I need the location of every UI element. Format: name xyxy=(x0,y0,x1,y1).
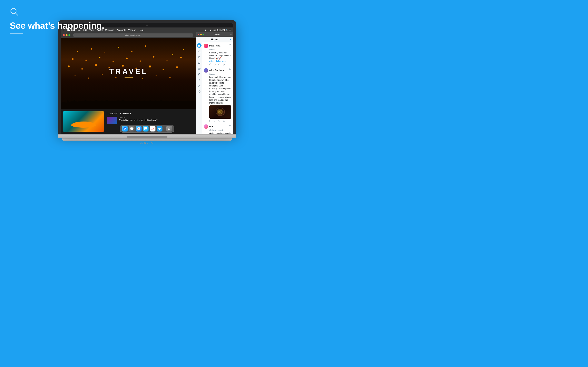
latest-bar xyxy=(107,112,107,115)
search-icon xyxy=(10,7,19,16)
panel-edit-button[interactable]: ✎ xyxy=(230,33,232,36)
tweet-handle: @Pera... xyxy=(209,49,217,50)
panel-maximize-button[interactable] xyxy=(203,34,204,35)
tweet-item: Allen Grayham @gra... 3m Last week I lea… xyxy=(202,67,233,123)
svg-point-4 xyxy=(198,57,200,58)
tweet-item: Brie @Sktch_Comed... 5m Giving standup c… xyxy=(202,123,233,134)
tweet-time: 1m xyxy=(229,44,231,46)
menu-accounts[interactable]: Accounts xyxy=(117,29,126,31)
tweet-avatar-brie[interactable] xyxy=(204,124,208,129)
panel-minimize-button[interactable] xyxy=(200,34,202,35)
tweet-body: Giving standup comedy a go. Open mic sta… xyxy=(209,132,231,134)
tweet-share-button[interactable] xyxy=(223,63,225,66)
tweet-retweet-button[interactable] xyxy=(214,63,216,66)
hero-title: See what’s happening. xyxy=(10,21,104,31)
tweet-time: 5m xyxy=(229,124,231,126)
hero-divider xyxy=(10,33,23,34)
twitter-sparkle-icon[interactable]: ✦ xyxy=(229,38,231,41)
menu-window[interactable]: Window xyxy=(129,29,136,31)
tweet-handle: @gra... xyxy=(209,73,215,75)
tweet-retweet-button[interactable] xyxy=(214,120,216,122)
story-item: TRAVEL Why is Bauhaus such a big deal in… xyxy=(107,117,193,124)
dock-finder-icon[interactable] xyxy=(122,126,128,132)
travel-title-overlay: TRAVEL xyxy=(109,67,148,78)
macbook-label: MacBook Pro xyxy=(58,141,236,145)
macbook-base xyxy=(58,134,236,138)
tweet-like-button[interactable] xyxy=(218,63,220,66)
tweet-time: 3m xyxy=(229,68,231,70)
url-text: nikkimagazine.com xyxy=(125,34,141,36)
menu-help[interactable]: Help xyxy=(139,29,144,31)
tweet-header: Brie @Sktch_Comed... 5m xyxy=(204,124,231,132)
sidebar-bookmark-icon[interactable] xyxy=(198,73,201,76)
tweet-meta: Petra Perez @Pera... xyxy=(209,44,228,51)
svg-line-1 xyxy=(16,13,18,16)
twitter-panel-title: Twitter xyxy=(205,33,229,36)
tweet-body: Blows my mind that we're sending rockets… xyxy=(209,51,231,63)
twitter-bird-icon[interactable] xyxy=(197,43,201,48)
dock-calendar-icon[interactable]: 17 xyxy=(150,126,156,132)
tweet-meta: Allen Grayham @gra... xyxy=(209,68,228,75)
browser-area: nikkimagazine.com xyxy=(61,32,196,134)
kayak-shape xyxy=(71,122,96,128)
macbook-camera xyxy=(146,25,148,26)
twitter-panel: Twitter ✎ Home ✦ xyxy=(196,32,233,134)
dock-trash-icon[interactable] xyxy=(166,126,172,132)
tweet-like-button[interactable] xyxy=(218,120,220,122)
macbook-notch xyxy=(127,136,167,138)
tweet-body: Last week I learned how to make my own l… xyxy=(209,76,231,104)
tweet-header: Allen Grayham @gra... 3m xyxy=(204,68,231,75)
svg-point-12 xyxy=(199,85,200,86)
sidebar-mail-icon[interactable] xyxy=(198,67,201,71)
svg-point-20 xyxy=(124,128,125,129)
sidebar-profile-icon[interactable] xyxy=(198,84,201,88)
macbook-foot xyxy=(62,138,232,141)
latest-stories-label: LATEST STORIES xyxy=(109,113,132,115)
macbook-screen:  Twitter File Edit View Tweet Message A… xyxy=(61,28,233,134)
svg-point-21 xyxy=(125,128,126,129)
story-info: TRAVEL Why is Bauhaus such a big deal in… xyxy=(119,117,193,122)
twitter-feed: Petra Perez @Pera... 1m Blows my mind th… xyxy=(202,42,233,134)
tweet-image xyxy=(209,105,231,119)
sidebar-list-icon[interactable] xyxy=(198,78,201,82)
svg-point-19 xyxy=(123,127,126,130)
tweet-reply-button[interactable] xyxy=(209,120,211,122)
tweet-share-button[interactable] xyxy=(223,120,225,122)
screen-content: nikkimagazine.com xyxy=(61,32,233,134)
panel-close-button[interactable] xyxy=(198,34,199,35)
tweet-name: Petra Perez xyxy=(209,45,220,47)
twitter-sidebar-icons xyxy=(196,42,202,134)
travel-subtitle-line xyxy=(125,77,133,78)
svg-line-5 xyxy=(200,58,200,58)
tweet-avatar-petra[interactable] xyxy=(204,44,208,48)
tweet-item: Petra Perez @Pera... 1m Blows my mind th… xyxy=(202,42,233,67)
macos-dock: 17 xyxy=(120,125,174,133)
tweet-hashtag[interactable]: #SpaceIsAwesome xyxy=(209,60,227,62)
tweet-handle: @Sktch_Comed... xyxy=(209,129,224,131)
sidebar-search2-icon[interactable] xyxy=(198,55,201,59)
svg-line-3 xyxy=(200,52,200,52)
travel-hero-image: TRAVEL xyxy=(61,38,196,109)
svg-point-13 xyxy=(198,91,200,92)
tweet-actions xyxy=(209,63,231,66)
twitter-feed-area: Petra Perez @Pera... 1m Blows my mind th… xyxy=(196,42,233,134)
dock-tweetbot-icon[interactable] xyxy=(157,126,163,132)
tweet-name: Allen Grayham xyxy=(209,69,224,71)
dock-safari-icon[interactable] xyxy=(136,126,142,132)
twitter-home-bar: Home ✦ xyxy=(196,37,233,42)
twitter-home-title: Home xyxy=(211,38,218,41)
travel-kayak-image xyxy=(63,111,104,132)
menubar-right: ■ ⋮ ▶ Tue 9:41 AM 🔍 ☰ xyxy=(205,29,231,31)
dock-system-prefs-icon[interactable] xyxy=(129,126,135,132)
tweet-header: Petra Perez @Pera... 1m xyxy=(204,44,231,51)
hero-section: See what’s happening. xyxy=(0,0,114,42)
travel-title: TRAVEL xyxy=(109,67,148,76)
sidebar-notifications-icon[interactable] xyxy=(198,61,201,65)
sidebar-emoji-icon[interactable] xyxy=(198,90,201,93)
dock-messages-icon[interactable] xyxy=(143,126,149,132)
tweet-reply-button[interactable] xyxy=(209,63,211,66)
svg-point-2 xyxy=(198,51,200,52)
story-category: TRAVEL xyxy=(119,117,193,118)
tweet-avatar-allen[interactable] xyxy=(204,68,208,73)
sidebar-search-icon[interactable] xyxy=(198,50,201,53)
